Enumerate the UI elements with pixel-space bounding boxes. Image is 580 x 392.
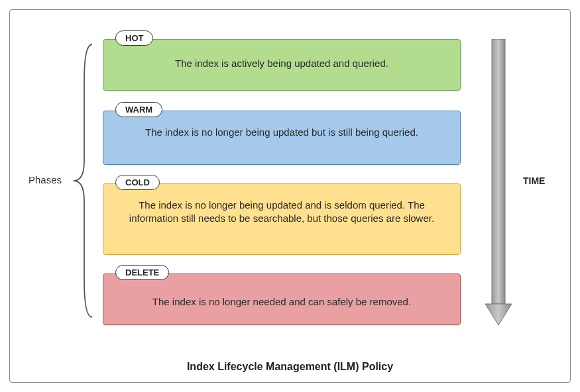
- diagram-title: Index Lifecycle Management (ILM) Policy: [10, 361, 570, 373]
- phase-warm: WARM The index is no longer being update…: [103, 111, 461, 165]
- phase-delete-description: The index is no longer needed and can sa…: [103, 274, 460, 320]
- phase-hot: HOT The index is actively being updated …: [103, 39, 461, 91]
- phase-hot-description: The index is actively being updated and …: [103, 40, 460, 82]
- time-arrow-icon: [482, 39, 515, 325]
- phase-delete: DELETE The index is no longer needed and…: [103, 273, 461, 325]
- svg-rect-0: [492, 39, 505, 304]
- diagram-frame: Phases HOT The index is actively being u…: [9, 9, 571, 383]
- phases-group-label: Phases: [29, 174, 62, 185]
- time-axis-label: TIME: [523, 175, 545, 186]
- phase-warm-label: WARM: [115, 102, 162, 117]
- phase-delete-label: DELETE: [115, 265, 169, 280]
- phase-cold-description: The index is no longer being updated and…: [103, 184, 460, 238]
- svg-marker-1: [485, 304, 512, 325]
- phase-cold-label: COLD: [115, 175, 160, 190]
- phase-hot-label: HOT: [115, 30, 153, 46]
- phases-brace-icon: [66, 42, 99, 320]
- phase-warm-description: The index is no longer being updated but…: [103, 111, 460, 151]
- phase-cold: COLD The index is no longer being update…: [103, 183, 461, 255]
